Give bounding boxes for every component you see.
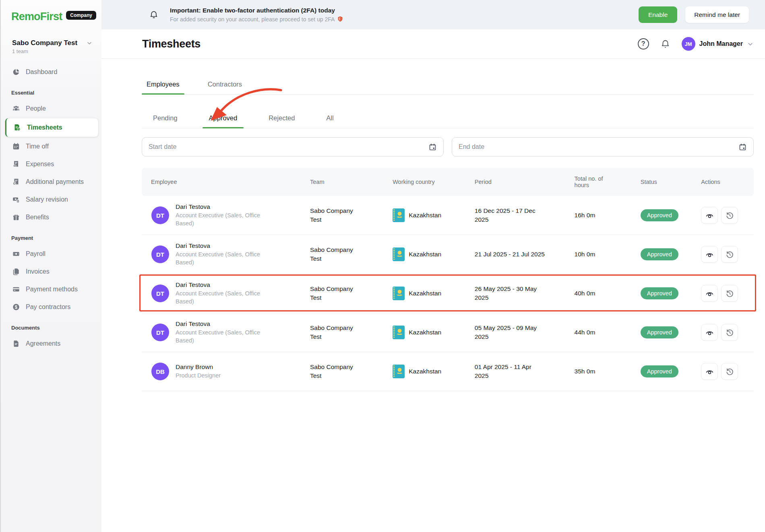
company-switcher[interactable]: Sabo Company Test 1 team (1, 23, 101, 54)
employee-name: Dari Testova (176, 281, 276, 289)
table-row: DB Danny Brown Product Designer Sabo Com… (142, 352, 754, 391)
avatar: DB (151, 363, 169, 380)
salary-revision-icon (12, 196, 20, 204)
history-button[interactable] (721, 285, 738, 302)
brand-logo[interactable]: RemoFirst Company (1, 10, 101, 23)
sidebar-item-invoices[interactable]: Invoices (1, 263, 101, 280)
sidebar-item-label: Benefits (26, 214, 49, 221)
avatar: DT (151, 285, 169, 302)
eye-icon (705, 367, 714, 376)
period: 26 May 2025 - 30 May 2025 (475, 285, 546, 302)
start-date-field[interactable] (149, 143, 428, 151)
eye-icon (705, 250, 714, 259)
history-button[interactable] (721, 324, 738, 341)
eye-icon (705, 289, 714, 298)
help-icon[interactable]: ? (638, 38, 649, 49)
col-actions: Actions (701, 179, 754, 185)
country-name: Kazakhstan (409, 251, 441, 258)
tab-all[interactable]: All (320, 114, 340, 128)
employee-role: Account Executive (Sales, Office Based) (176, 212, 276, 227)
sidebar-item-payment-methods[interactable]: Payment methods (1, 280, 101, 298)
date-filters (142, 137, 754, 157)
table-header: Employee Team Working country Period Tot… (142, 168, 754, 196)
history-icon (725, 328, 734, 337)
sidebar-item-people[interactable]: People (1, 100, 101, 118)
employee-role: Account Executive (Sales, Office Based) (176, 251, 276, 266)
sidebar-item-label: Timesheets (27, 124, 62, 131)
view-timesheet-button[interactable] (701, 363, 718, 380)
end-date-field[interactable] (459, 143, 738, 151)
avatar: DT (151, 324, 169, 341)
kazakhstan-flag-icon (393, 208, 405, 222)
tab-rejected[interactable]: Rejected (262, 114, 301, 128)
user-name: John Manager (699, 40, 743, 47)
view-timesheet-button[interactable] (701, 207, 718, 224)
status-badge: Approved (641, 287, 678, 299)
sidebar-item-timesheets[interactable]: Timesheets (5, 118, 98, 137)
sidebar-item-salary-revision[interactable]: Salary revision (1, 191, 101, 208)
time-off-icon (12, 142, 20, 151)
sidebar-item-payroll[interactable]: Payroll (1, 245, 101, 263)
history-icon (725, 367, 734, 376)
sidebar-item-benefits[interactable]: Benefits (1, 208, 101, 226)
total-hours: 40h 0m (575, 290, 595, 297)
enable-2fa-button[interactable]: Enable (639, 6, 677, 23)
start-date-input[interactable] (142, 137, 444, 157)
country-name: Kazakhstan (409, 368, 441, 375)
team-name: Sabo Company Test (310, 206, 362, 224)
calendar-icon[interactable] (428, 143, 437, 151)
total-hours: 35h 0m (575, 368, 595, 375)
end-date-input[interactable] (452, 137, 754, 157)
view-timesheet-button[interactable] (701, 324, 718, 341)
table-row: DT Dari Testova Account Executive (Sales… (142, 274, 754, 313)
sidebar-item-label: Additional payments (26, 178, 84, 186)
history-button[interactable] (721, 246, 738, 263)
sidebar-item-time-off[interactable]: Time off (1, 138, 101, 155)
tab-pending[interactable]: Pending (147, 114, 184, 128)
history-button[interactable] (721, 207, 738, 224)
country-name: Kazakhstan (409, 212, 441, 219)
employee-role: Account Executive (Sales, Office Based) (176, 290, 276, 305)
history-icon (725, 211, 734, 220)
employee-role: Product Designer (176, 372, 221, 380)
user-menu[interactable]: JM John Manager (682, 37, 754, 51)
sidebar-item-additional-payments[interactable]: Additional payments (1, 173, 101, 191)
history-icon (725, 250, 734, 259)
team-name: Sabo Company Test (310, 285, 362, 302)
sidebar-item-pay-contractors[interactable]: Pay contractors (1, 298, 101, 316)
view-timesheet-button[interactable] (701, 246, 718, 263)
history-button[interactable] (721, 363, 738, 380)
view-timesheet-button[interactable] (701, 285, 718, 302)
team-name: Sabo Company Test (310, 363, 362, 380)
country-name: Kazakhstan (409, 329, 441, 336)
team-name: Sabo Company Test (310, 245, 362, 263)
employee-name: Danny Brown (176, 363, 221, 371)
sidebar-item-label: Expenses (26, 161, 54, 168)
expenses-icon (12, 160, 20, 168)
remind-later-button[interactable]: Remind me later (685, 6, 749, 23)
primary-tabs: Employees Contractors (142, 80, 754, 95)
sidebar-item-dashboard[interactable]: Dashboard (1, 63, 101, 81)
sidebar-item-agreements[interactable]: Agreements (1, 335, 101, 353)
period: 21 Jul 2025 - 21 Jul 2025 (475, 250, 546, 259)
calendar-icon[interactable] (738, 143, 747, 151)
tab-approved[interactable]: Approved (203, 114, 244, 128)
col-employee: Employee (142, 179, 310, 185)
period: 01 Apr 2025 - 11 Apr 2025 (475, 363, 546, 380)
shield-icon (337, 16, 343, 23)
bell-icon[interactable] (660, 39, 670, 49)
brand-wordmark: RemoFirst (11, 10, 62, 23)
table-body: DT Dari Testova Account Executive (Sales… (142, 196, 754, 391)
employee-role: Account Executive (Sales, Office Based) (176, 329, 276, 344)
table-row: DT Dari Testova Account Executive (Sales… (142, 196, 754, 235)
sidebar-item-label: Payroll (26, 250, 45, 258)
pay-contractors-icon (12, 303, 20, 311)
sidebar-item-expenses[interactable]: Expenses (1, 155, 101, 173)
sidebar-section-payment: Payment (1, 226, 101, 245)
sidebar: RemoFirst Company Sabo Company Test 1 te… (1, 0, 101, 532)
tab-contractors[interactable]: Contractors (203, 80, 247, 94)
period: 16 Dec 2025 - 17 Dec 2025 (475, 206, 546, 224)
period: 05 May 2025 - 09 May 2025 (475, 324, 546, 341)
tab-employees[interactable]: Employees (142, 80, 184, 94)
eye-icon (705, 211, 714, 220)
